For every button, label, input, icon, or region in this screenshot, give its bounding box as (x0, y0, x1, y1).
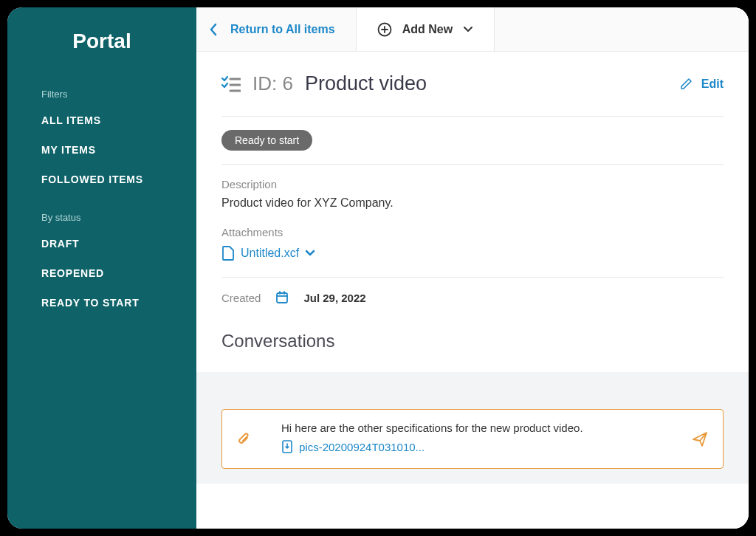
description-section: Description Product video for XYZ Compan… (221, 165, 724, 278)
chevron-left-icon (210, 23, 217, 36)
edit-button[interactable]: Edit (680, 78, 724, 91)
checklist-icon (221, 75, 241, 93)
sidebar-item-followed-items[interactable]: FOLLOWED ITEMS (7, 166, 196, 193)
sidebar-item-draft[interactable]: DRAFT (7, 230, 196, 257)
sidebar: Portal Filters ALL ITEMS MY ITEMS FOLLOW… (7, 7, 196, 529)
edit-label: Edit (701, 78, 724, 91)
item-header: ID: 6 Product video Edit (221, 72, 724, 117)
filters-label: Filters (7, 83, 196, 107)
message-text: Hi here are the other specifications for… (261, 422, 681, 434)
message-content: Hi here are the other specifications for… (261, 422, 681, 456)
sidebar-item-my-items[interactable]: MY ITEMS (7, 137, 196, 163)
title-group: ID: 6 Product video (221, 72, 427, 95)
conversations-heading: Conversations (221, 322, 724, 372)
return-label: Return to All items (230, 23, 335, 36)
topbar: Return to All items Add New (196, 7, 749, 52)
status-label: By status (7, 206, 196, 230)
app-logo: Portal (7, 18, 196, 83)
file-download-icon (281, 440, 293, 453)
description-label: Description (221, 178, 724, 190)
app-frame: Portal Filters ALL ITEMS MY ITEMS FOLLOW… (7, 7, 749, 529)
sidebar-item-reopened[interactable]: REOPENED (7, 260, 196, 286)
chevron-down-icon (463, 26, 473, 33)
attachment-link[interactable]: Untitled.xcf (221, 246, 315, 261)
main-panel: Return to All items Add New ID: 6 Produc… (196, 7, 749, 529)
created-row: Created Jul 29, 2022 (221, 278, 724, 322)
attachment-name: Untitled.xcf (241, 247, 299, 260)
file-icon (221, 246, 235, 261)
paperclip-icon[interactable] (237, 432, 250, 447)
conversation-area: Hi here are the other specifications for… (196, 372, 749, 484)
message-file-link[interactable]: pics-20200924T031010... (261, 440, 425, 453)
content-area: ID: 6 Product video Edit Ready to start … (196, 52, 749, 529)
status-section: Ready to start (221, 117, 724, 165)
add-new-button[interactable]: Add New (356, 7, 495, 51)
plus-circle-icon (377, 22, 392, 37)
description-value: Product video for XYZ Company. (221, 196, 724, 210)
message-composer[interactable]: Hi here are the other specifications for… (221, 409, 724, 469)
return-link[interactable]: Return to All items (196, 7, 356, 51)
item-id: ID: 6 (252, 72, 293, 95)
message-file-name: pics-20200924T031010... (299, 441, 425, 453)
status-badge: Ready to start (221, 130, 312, 151)
sidebar-item-ready-to-start[interactable]: READY TO START (7, 289, 196, 316)
pencil-icon (680, 78, 693, 90)
chevron-down-icon (305, 250, 315, 257)
created-date: Jul 29, 2022 (303, 292, 365, 304)
svg-rect-4 (277, 293, 287, 303)
send-icon[interactable] (692, 431, 708, 447)
attachments-label: Attachments (221, 226, 724, 238)
add-new-label: Add New (402, 23, 453, 36)
created-label: Created (221, 292, 261, 304)
item-title: Product video (305, 72, 427, 95)
calendar-icon (275, 291, 289, 304)
sidebar-item-all-items[interactable]: ALL ITEMS (7, 107, 196, 134)
